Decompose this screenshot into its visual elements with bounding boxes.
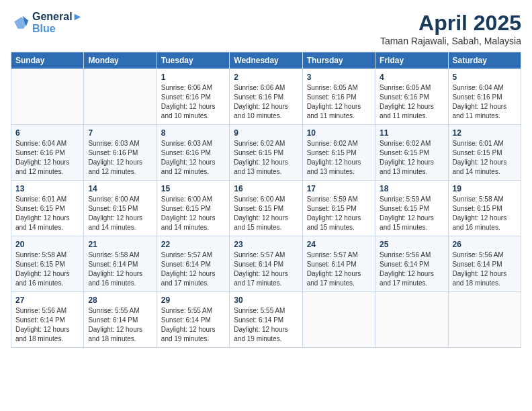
calendar-cell: 30Sunrise: 5:55 AM Sunset: 6:14 PM Dayli… [230,292,302,348]
calendar-cell: 12Sunrise: 6:01 AM Sunset: 6:15 PM Dayli… [448,125,521,181]
day-info: Sunrise: 5:59 AM Sunset: 6:15 PM Dayligh… [307,195,371,232]
calendar-cell: 22Sunrise: 5:57 AM Sunset: 6:14 PM Dayli… [157,236,229,292]
calendar-cell: 29Sunrise: 5:55 AM Sunset: 6:14 PM Dayli… [157,292,229,348]
calendar-cell [302,292,375,348]
calendar-cell: 7Sunrise: 6:03 AM Sunset: 6:16 PM Daylig… [84,125,157,181]
day-info: Sunrise: 5:58 AM Sunset: 6:15 PM Dayligh… [453,195,517,232]
calendar-cell: 8Sunrise: 6:03 AM Sunset: 6:16 PM Daylig… [157,125,229,181]
calendar-cell: 28Sunrise: 5:55 AM Sunset: 6:14 PM Dayli… [84,292,157,348]
day-info: Sunrise: 6:06 AM Sunset: 6:16 PM Dayligh… [234,83,298,121]
calendar-cell: 9Sunrise: 6:02 AM Sunset: 6:15 PM Daylig… [230,125,302,181]
day-info: Sunrise: 5:59 AM Sunset: 6:15 PM Dayligh… [380,195,443,232]
header-sunday: Sunday [11,52,84,69]
day-info: Sunrise: 5:55 AM Sunset: 6:14 PM Dayligh… [88,306,152,344]
day-number: 29 [161,295,225,305]
day-info: Sunrise: 5:57 AM Sunset: 6:14 PM Dayligh… [307,250,371,288]
day-number: 1 [161,73,225,82]
calendar-cell: 3Sunrise: 6:05 AM Sunset: 6:16 PM Daylig… [302,69,375,125]
day-info: Sunrise: 5:57 AM Sunset: 6:14 PM Dayligh… [161,250,225,288]
day-info: Sunrise: 5:58 AM Sunset: 6:15 PM Dayligh… [15,250,79,288]
day-info: Sunrise: 5:55 AM Sunset: 6:14 PM Dayligh… [161,306,225,344]
day-number: 21 [88,240,152,249]
day-info: Sunrise: 6:05 AM Sunset: 6:16 PM Dayligh… [380,83,443,121]
day-info: Sunrise: 5:58 AM Sunset: 6:14 PM Dayligh… [88,250,152,288]
header-saturday: Saturday [448,52,521,69]
calendar-cell: 11Sunrise: 6:02 AM Sunset: 6:15 PM Dayli… [375,125,448,181]
calendar-cell: 2Sunrise: 6:06 AM Sunset: 6:16 PM Daylig… [230,69,302,125]
day-number: 9 [234,128,298,138]
header-wednesday: Wednesday [230,52,302,69]
calendar-cell: 21Sunrise: 5:58 AM Sunset: 6:14 PM Dayli… [84,236,157,292]
day-number: 19 [453,184,517,193]
calendar-cell: 18Sunrise: 5:59 AM Sunset: 6:15 PM Dayli… [375,181,448,236]
day-number: 28 [88,295,152,305]
day-info: Sunrise: 6:02 AM Sunset: 6:15 PM Dayligh… [380,139,443,177]
month-year-title: April 2025 [380,11,521,36]
day-number: 17 [307,184,371,193]
location-subtitle: Taman Rajawali, Sabah, Malaysia [380,36,521,46]
header-monday: Monday [84,52,157,69]
day-info: Sunrise: 6:00 AM Sunset: 6:15 PM Dayligh… [161,195,225,232]
calendar-cell: 20Sunrise: 5:58 AM Sunset: 6:15 PM Dayli… [11,236,84,292]
calendar-cell [11,69,84,125]
day-info: Sunrise: 6:02 AM Sunset: 6:15 PM Dayligh… [307,139,371,177]
day-number: 5 [453,73,517,82]
header-friday: Friday [375,52,448,69]
day-number: 24 [307,240,371,249]
calendar-cell: 24Sunrise: 5:57 AM Sunset: 6:14 PM Dayli… [302,236,375,292]
day-info: Sunrise: 6:06 AM Sunset: 6:16 PM Dayligh… [161,83,225,121]
calendar-cell: 25Sunrise: 5:56 AM Sunset: 6:14 PM Dayli… [375,236,448,292]
day-info: Sunrise: 5:55 AM Sunset: 6:14 PM Dayligh… [234,306,298,344]
calendar-cell: 17Sunrise: 5:59 AM Sunset: 6:15 PM Dayli… [302,181,375,236]
day-info: Sunrise: 5:56 AM Sunset: 6:14 PM Dayligh… [15,306,79,344]
header-thursday: Thursday [302,52,375,69]
calendar-cell: 14Sunrise: 6:00 AM Sunset: 6:15 PM Dayli… [84,181,157,236]
day-number: 10 [307,128,371,138]
day-info: Sunrise: 6:00 AM Sunset: 6:15 PM Dayligh… [88,195,152,232]
calendar-cell: 19Sunrise: 5:58 AM Sunset: 6:15 PM Dayli… [448,181,521,236]
day-number: 13 [15,184,79,193]
day-number: 30 [234,295,298,305]
day-number: 14 [88,184,152,193]
calendar-cell: 26Sunrise: 5:56 AM Sunset: 6:14 PM Dayli… [448,236,521,292]
logo-icon [11,13,30,32]
calendar-cell: 27Sunrise: 5:56 AM Sunset: 6:14 PM Dayli… [11,292,84,348]
header: General► Blue April 2025 Taman Rajawali,… [11,11,521,46]
day-number: 4 [380,73,443,82]
week-row-1: 1Sunrise: 6:06 AM Sunset: 6:16 PM Daylig… [11,69,521,125]
calendar-cell: 16Sunrise: 6:00 AM Sunset: 6:15 PM Dayli… [230,181,302,236]
day-number: 6 [15,128,79,138]
day-number: 20 [15,240,79,249]
week-row-2: 6Sunrise: 6:04 AM Sunset: 6:16 PM Daylig… [11,125,521,181]
calendar-cell: 15Sunrise: 6:00 AM Sunset: 6:15 PM Dayli… [157,181,229,236]
day-info: Sunrise: 6:01 AM Sunset: 6:15 PM Dayligh… [15,195,79,232]
day-info: Sunrise: 5:56 AM Sunset: 6:14 PM Dayligh… [453,250,517,288]
day-number: 26 [453,240,517,249]
day-number: 15 [161,184,225,193]
calendar-header-row: Sunday Monday Tuesday Wednesday Thursday… [11,52,521,69]
day-info: Sunrise: 6:05 AM Sunset: 6:16 PM Dayligh… [307,83,371,121]
logo: General► Blue [11,11,83,35]
calendar-cell: 23Sunrise: 5:57 AM Sunset: 6:14 PM Dayli… [230,236,302,292]
day-number: 16 [234,184,298,193]
day-number: 18 [380,184,443,193]
day-info: Sunrise: 6:04 AM Sunset: 6:16 PM Dayligh… [15,139,79,177]
logo-text: General► Blue [32,11,83,35]
week-row-5: 27Sunrise: 5:56 AM Sunset: 6:14 PM Dayli… [11,292,521,348]
day-info: Sunrise: 6:01 AM Sunset: 6:15 PM Dayligh… [453,139,517,177]
calendar-cell [375,292,448,348]
day-number: 7 [88,128,152,138]
calendar-cell: 6Sunrise: 6:04 AM Sunset: 6:16 PM Daylig… [11,125,84,181]
calendar-cell: 13Sunrise: 6:01 AM Sunset: 6:15 PM Dayli… [11,181,84,236]
week-row-4: 20Sunrise: 5:58 AM Sunset: 6:15 PM Dayli… [11,236,521,292]
day-info: Sunrise: 6:03 AM Sunset: 6:16 PM Dayligh… [161,139,225,177]
calendar-cell: 5Sunrise: 6:04 AM Sunset: 6:16 PM Daylig… [448,69,521,125]
week-row-3: 13Sunrise: 6:01 AM Sunset: 6:15 PM Dayli… [11,181,521,236]
calendar-cell [84,69,157,125]
calendar-cell [448,292,521,348]
day-info: Sunrise: 6:00 AM Sunset: 6:15 PM Dayligh… [234,195,298,232]
day-number: 8 [161,128,225,138]
calendar-cell: 1Sunrise: 6:06 AM Sunset: 6:16 PM Daylig… [157,69,229,125]
day-info: Sunrise: 5:56 AM Sunset: 6:14 PM Dayligh… [380,250,443,288]
day-number: 12 [453,128,517,138]
